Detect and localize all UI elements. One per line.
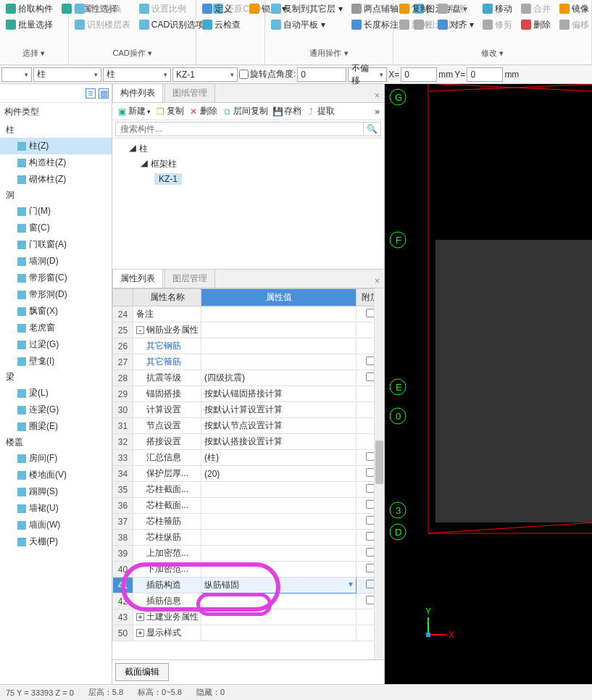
ribbon-item[interactable]: 对齐 ▾ (436, 17, 475, 32)
tree-item[interactable]: 圈梁(E) (0, 418, 112, 435)
tab-drawing-mgmt[interactable]: 图纸管理 (164, 83, 215, 102)
tree-item[interactable]: 墙面(W) (0, 517, 112, 533)
tree-item[interactable]: 带形窗(C) (0, 270, 112, 286)
ribbon-item[interactable]: 定义 (201, 1, 233, 16)
new-button[interactable]: ▣新建▾ (117, 105, 151, 117)
close-icon[interactable]: × (370, 275, 384, 288)
ribbon-item[interactable]: 批量选择 (4, 17, 54, 32)
tree-item[interactable]: 壁龛(I) (0, 353, 112, 370)
extract-button[interactable]: ⤴提取 (306, 105, 335, 117)
tree-item[interactable]: 踢脚(S) (0, 483, 112, 500)
property-row[interactable]: 29锚固搭接按默认锚固搭接计算 (113, 386, 384, 402)
offset-combo[interactable]: 不偏移 (348, 67, 387, 82)
tree-item[interactable]: 门联窗(A) (0, 236, 112, 253)
property-row[interactable]: 28抗震等级(四级抗震) (113, 370, 384, 386)
tree-item[interactable]: 砌体柱(Z) (0, 171, 112, 188)
property-row[interactable]: 31节点设置按默认节点设置计算 (113, 418, 384, 434)
y-value[interactable]: 0 (467, 67, 503, 82)
property-row[interactable]: 27其它箍筋 (113, 354, 384, 370)
tree-item[interactable]: 连梁(G) (0, 401, 112, 418)
property-row[interactable]: 34保护层厚...(20) (113, 466, 384, 482)
tree-item[interactable]: 梁(L) (0, 385, 112, 401)
search-icon[interactable]: 🔍 (364, 122, 381, 136)
extra-checkbox[interactable] (366, 532, 375, 541)
property-row[interactable]: 50+显示样式 (113, 625, 384, 641)
ribbon-item[interactable]: 移动 (481, 1, 514, 16)
tree-item[interactable]: 过梁(G) (0, 336, 112, 353)
tree-group[interactable]: 洞 (0, 188, 112, 203)
tree-item[interactable]: 楼地面(V) (0, 467, 112, 483)
property-row[interactable]: 38芯柱纵筋 (113, 530, 384, 546)
property-row[interactable]: 35芯柱截面... (113, 482, 384, 498)
property-row[interactable]: 37芯柱箍筋 (113, 514, 384, 530)
extra-checkbox[interactable] (366, 516, 375, 525)
tree-item[interactable]: 构造柱(Z) (0, 154, 112, 171)
tab-layer-mgmt[interactable]: 图层管理 (164, 269, 215, 288)
tree-group[interactable]: 梁 (0, 370, 112, 385)
delete-button[interactable]: ✕删除 (188, 105, 217, 117)
tree-item[interactable]: 墙洞(D) (0, 253, 112, 270)
tree-item[interactable]: 老虎窗 (0, 320, 112, 336)
ribbon-item[interactable]: 复制 (398, 1, 430, 16)
drawing-canvas[interactable]: G F E 0 3 D X Y (385, 84, 592, 684)
tab-component-list[interactable]: 构件列表 (112, 83, 163, 102)
close-icon[interactable]: × (370, 89, 384, 102)
extra-checkbox[interactable] (366, 580, 375, 588)
extra-checkbox[interactable] (366, 564, 375, 572)
ribbon-item[interactable]: 复制到其它层 ▾ (270, 1, 343, 16)
tree-node[interactable]: ◢ 柱 (120, 141, 377, 157)
tree-item[interactable]: 房间(F) (0, 450, 112, 467)
property-row[interactable]: 33汇总信息(柱) (113, 450, 384, 466)
extra-checkbox[interactable] (366, 484, 375, 493)
ribbon-item[interactable]: 自动平板 ▾ (270, 17, 326, 32)
search-input[interactable] (115, 122, 364, 136)
rotation-value[interactable]: 0 (297, 67, 346, 82)
scrollbar[interactable] (374, 288, 384, 659)
property-row[interactable]: 43+土建业务属性 (113, 609, 384, 625)
extra-checkbox[interactable] (366, 452, 375, 461)
tab-property-list[interactable]: 属性列表 (112, 269, 163, 288)
combo-layer[interactable] (1, 67, 32, 82)
property-row[interactable]: 26其它钢筋 (113, 338, 384, 354)
tree-node[interactable]: ◢ 框架柱 (120, 157, 377, 172)
layer-copy-button[interactable]: ⧉层间复制 (222, 105, 268, 117)
tree-item[interactable]: 门(M) (0, 203, 112, 220)
extra-checkbox[interactable] (366, 309, 375, 317)
section-edit-button[interactable]: 截面编辑 (115, 663, 169, 681)
property-row[interactable]: 30计算设置按默认计算设置计算 (113, 402, 384, 418)
grid-view-icon[interactable]: ▦ (99, 88, 109, 99)
extra-checkbox[interactable] (366, 357, 375, 365)
ribbon-item[interactable]: 拾取构件 (4, 1, 54, 16)
ribbon-item[interactable]: 镜像 (558, 1, 591, 16)
property-row[interactable]: 32搭接设置按默认搭接设置计算 (113, 434, 384, 450)
property-row[interactable]: 42插筋信息 (113, 593, 384, 609)
combo-component[interactable]: KZ-1 (172, 67, 238, 82)
tree-group[interactable]: 楼盖 (0, 435, 112, 450)
tree-item[interactable]: 墙裙(U) (0, 500, 112, 517)
tree-group[interactable]: 柱 (0, 122, 112, 138)
combo-category[interactable]: 柱 (33, 67, 101, 82)
list-view-icon[interactable]: ≡ (86, 88, 96, 99)
extra-checkbox[interactable] (366, 468, 375, 477)
extra-checkbox[interactable] (366, 596, 375, 604)
tree-leaf[interactable]: KZ-1 (120, 172, 377, 186)
extra-checkbox[interactable] (366, 500, 375, 509)
extra-checkbox[interactable] (366, 372, 375, 381)
tree-item[interactable]: 带形洞(D) (0, 286, 112, 303)
property-row[interactable]: 24备注 (113, 307, 384, 322)
x-value[interactable]: 0 (401, 67, 437, 82)
rotation-checkbox[interactable] (239, 70, 249, 79)
tree-item[interactable]: 柱(Z) (0, 138, 112, 154)
tree-item[interactable]: 天棚(P) (0, 533, 112, 550)
property-row[interactable]: 36芯柱截面... (113, 498, 384, 514)
ribbon-item[interactable]: 删除 (520, 17, 552, 32)
property-row[interactable]: 25-钢筋业务属性 (113, 322, 384, 338)
property-row[interactable]: 40下加密范... (113, 562, 384, 578)
save-button[interactable]: 💾存档 (272, 105, 301, 117)
combo-type[interactable]: 柱 (103, 67, 171, 82)
property-row[interactable]: 39上加密范... (113, 546, 384, 562)
tree-item[interactable]: 飘窗(X) (0, 303, 112, 320)
more-icon[interactable]: » (375, 107, 380, 117)
extra-checkbox[interactable] (366, 548, 375, 557)
tree-item[interactable]: 窗(C) (0, 220, 112, 236)
